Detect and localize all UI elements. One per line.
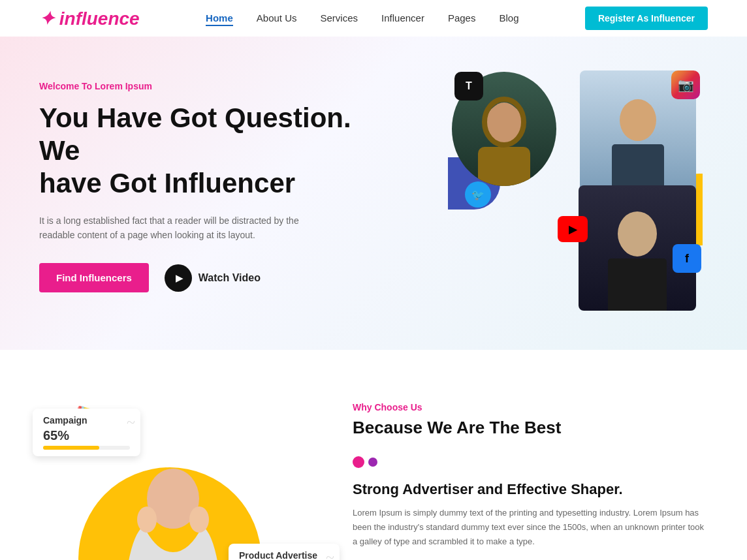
why-left: ✏️ Campaign 65% ~ — [39, 389, 313, 560]
nav-links: Home About Us Services Influencer Pages … — [206, 12, 518, 24]
feature-title: Strong Advertiser and Effective Shaper. — [353, 481, 708, 498]
hero-images: T 📷 🐦 ▶ f — [434, 63, 708, 311]
watch-video-label: Watch Video — [199, 272, 261, 284]
hero-welcome: Welcome To Lorem Ipsum — [39, 81, 379, 91]
why-tag: Why Choose Us — [353, 402, 708, 412]
hero-section: Welcome To Lorem Ipsum You Have Got Ques… — [0, 37, 747, 350]
hero-content: Welcome To Lorem Ipsum You Have Got Ques… — [39, 81, 379, 293]
why-right: Why Choose Us Because We Are The Best St… — [353, 389, 708, 560]
dot-purple — [368, 458, 377, 467]
twitter-badge: 🐦 — [465, 181, 491, 208]
register-button[interactable]: Register As Influencer — [585, 7, 708, 30]
nav-services[interactable]: Services — [321, 12, 358, 23]
campaign-bar-fill — [43, 446, 99, 450]
hero-buttons: Find Influencers Watch Video — [39, 263, 379, 292]
svg-point-14 — [137, 506, 157, 533]
product-title: Product Advertise — [239, 550, 329, 560]
feature-dots — [353, 456, 708, 468]
nav-home[interactable]: Home — [206, 12, 233, 26]
svg-rect-1 — [478, 147, 530, 186]
campaign-title: Campaign — [43, 415, 130, 426]
svg-point-6 — [620, 99, 656, 141]
svg-point-9 — [618, 211, 657, 256]
product-card: Product Advertise 86 , ~ — [229, 544, 340, 560]
nav-blog[interactable]: Blog — [499, 12, 518, 23]
feature-description: Lorem Ipsum is simply dummy text of the … — [353, 506, 708, 549]
nav-about[interactable]: About Us — [257, 12, 297, 23]
svg-point-15 — [189, 506, 209, 533]
navbar: ✦ influence Home About Us Services Influ… — [0, 0, 747, 37]
why-heading: Because We Are The Best — [353, 418, 708, 438]
watch-video-button[interactable]: Watch Video — [165, 264, 261, 292]
play-icon — [165, 264, 192, 292]
campaign-card: Campaign 65% ~ — [33, 409, 140, 456]
hero-title: You Have Got Question. We have Got Influ… — [39, 102, 379, 200]
nav-influencer[interactable]: Influencer — [381, 12, 424, 23]
campaign-bar — [43, 446, 130, 450]
svg-point-3 — [488, 102, 520, 142]
hero-description: It is a long established fact that a rea… — [39, 213, 300, 243]
why-section: ✏️ Campaign 65% ~ — [0, 350, 747, 560]
logo: ✦ influence — [39, 8, 140, 29]
svg-rect-8 — [608, 258, 667, 311]
find-influencers-button[interactable]: Find Influencers — [39, 263, 149, 292]
dot-red — [353, 456, 364, 468]
youtube-badge: ▶ — [558, 216, 588, 242]
campaign-percent: 65% — [43, 428, 130, 443]
tiktok-badge: T — [454, 72, 483, 101]
nav-pages[interactable]: Pages — [448, 12, 476, 23]
instagram-badge: 📷 — [671, 70, 700, 99]
facebook-badge: f — [673, 244, 701, 273]
